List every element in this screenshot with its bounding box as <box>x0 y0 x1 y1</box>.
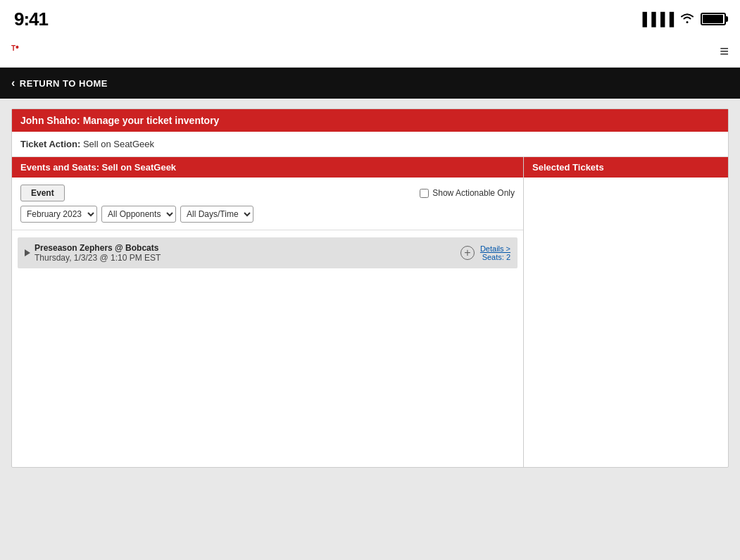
app-header: T• ≡ <box>0 35 740 68</box>
nav-bar: ‹ RETURN TO HOME <box>0 68 740 99</box>
card-header: John Shaho: Manage your ticket inventory <box>12 109 728 132</box>
show-actionable-label: Show Actionable Only <box>432 188 515 198</box>
event-list: Preseason Zephers @ Bobcats Thursday, 1/… <box>12 230 523 275</box>
col-right: Selected Tickets <box>524 157 728 467</box>
main-card: John Shaho: Manage your ticket inventory… <box>11 108 729 468</box>
event-button[interactable]: Event <box>20 185 65 201</box>
left-col-header: Events and Seats: Sell on SeatGeek <box>12 157 523 178</box>
status-time: 9:41 <box>14 8 48 30</box>
filter-row-top: Event Show Actionable Only <box>20 185 515 201</box>
status-bar: 9:41 ▐▐▐▐ <box>0 0 740 35</box>
signal-icon: ▐▐▐▐ <box>638 12 674 27</box>
right-col-header: Selected Tickets <box>524 157 728 178</box>
event-item-left: Preseason Zephers @ Bobcats Thursday, 1/… <box>25 243 161 263</box>
show-actionable-container: Show Actionable Only <box>420 188 515 198</box>
ticket-action-label: Ticket Action: <box>20 139 80 149</box>
filter-row-bottom: February 2023 All Opponents All Days/Tim… <box>20 206 515 223</box>
event-date: Thursday, 1/3/23 @ 1:10 PM EST <box>35 253 161 263</box>
expand-icon <box>25 249 30 256</box>
chevron-left-icon: ‹ <box>11 77 15 89</box>
main-content: John Shaho: Manage your ticket inventory… <box>0 99 740 560</box>
month-filter[interactable]: February 2023 <box>20 206 97 223</box>
event-item-text: Preseason Zephers @ Bobcats Thursday, 1/… <box>35 243 161 263</box>
show-actionable-checkbox[interactable] <box>420 189 429 198</box>
opponents-filter[interactable]: All Opponents <box>101 206 176 223</box>
ticket-action-row: Ticket Action: Sell on SeatGeek <box>12 132 728 157</box>
seats-label: Seats: 2 <box>480 253 510 261</box>
wifi-icon <box>679 11 695 27</box>
col-left: Events and Seats: Sell on SeatGeek Event… <box>12 157 524 467</box>
hamburger-icon[interactable]: ≡ <box>720 42 729 61</box>
details-seats: Details > Seats: 2 <box>480 244 510 261</box>
events-filter: Event Show Actionable Only February 2023… <box>12 178 523 230</box>
back-button[interactable]: ‹ RETURN TO HOME <box>11 77 108 89</box>
event-item[interactable]: Preseason Zephers @ Bobcats Thursday, 1/… <box>18 237 518 268</box>
ticket-action-value: Sell on SeatGeek <box>83 139 154 149</box>
days-filter[interactable]: All Days/Time <box>180 206 253 223</box>
event-name: Preseason Zephers @ Bobcats <box>35 243 161 253</box>
event-item-right: + Details > Seats: 2 <box>460 244 510 261</box>
status-icons: ▐▐▐▐ <box>638 11 726 27</box>
app-logo: T• <box>11 40 19 63</box>
add-event-icon[interactable]: + <box>460 246 475 260</box>
details-link[interactable]: Details > <box>480 244 510 253</box>
back-label: RETURN TO HOME <box>20 78 108 89</box>
two-col-layout: Events and Seats: Sell on SeatGeek Event… <box>12 157 728 467</box>
battery-icon <box>701 13 726 25</box>
